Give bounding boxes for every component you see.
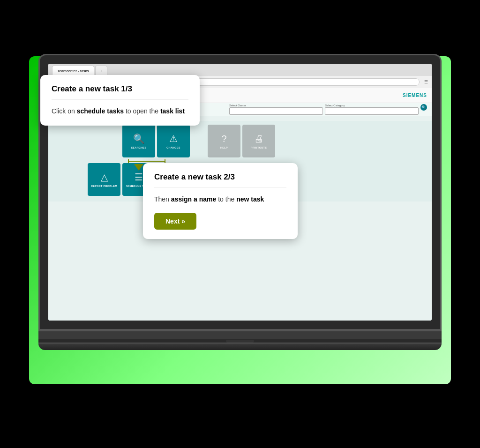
tile-searches[interactable]: 🔍 SEARCHES: [122, 125, 155, 157]
next-button[interactable]: Next »: [154, 213, 196, 230]
laptop-bottom: [38, 343, 442, 350]
tooltip-1-prefix: Click on: [52, 107, 77, 115]
owner-input[interactable]: [229, 107, 323, 115]
tooltip-2-prefix: Then: [154, 195, 171, 203]
tooltip-2: Create a new task 2/3 Then assign a name…: [143, 163, 298, 239]
tooltip-1-title: Create a new task 1/3: [52, 84, 188, 100]
report-problem-icon: △: [101, 172, 108, 183]
owner-label: Select Owner: [229, 104, 323, 107]
tooltip-2-bold2: new task: [236, 195, 264, 203]
laptop-hinge: [38, 339, 442, 343]
tooltip-1: Create a new task 1/3 Click on schedule …: [40, 75, 200, 126]
browser-tab[interactable]: +: [95, 66, 108, 76]
tile-row-1: 🔍 SEARCHES ⚠ CHANGES ? HELP: [53, 125, 427, 157]
help-icon: ?: [221, 134, 226, 144]
laptop-base: [38, 330, 442, 373]
tooltip-1-bold1: schedule tasks: [77, 107, 124, 115]
tooltip-1-body: Click on schedule tasks to open the task…: [52, 106, 188, 116]
menu-icon[interactable]: ☰: [424, 80, 428, 84]
tooltip-2-body: Then assign a name to the new task: [154, 194, 286, 204]
laptop-base-top: [38, 330, 442, 339]
tooltip-2-middle: to the: [216, 195, 236, 203]
tile-help[interactable]: ? HELP: [208, 125, 240, 157]
tile-printouts[interactable]: 🖨 PRINTOUTS: [242, 125, 275, 157]
category-input[interactable]: [325, 107, 419, 115]
schedule-tasks-icon: ☰: [135, 172, 143, 183]
tooltip-2-bold1: assign a name: [171, 195, 217, 203]
tooltip-2-title: Create a new task 2/3: [154, 172, 286, 188]
changes-icon: ⚠: [169, 133, 178, 144]
tooltip-1-bold2: task list: [160, 107, 185, 115]
searches-icon: 🔍: [133, 133, 145, 144]
browser-tabs: Teamcenter - tasks +: [48, 64, 432, 76]
siemens-label: SIEMENS: [403, 93, 427, 98]
tooltip-1-middle: to open the: [124, 107, 160, 115]
active-browser-tab[interactable]: Teamcenter - tasks: [52, 66, 94, 76]
search-button[interactable]: 🔍: [420, 104, 427, 111]
search-fields: Select Owner Select Category 🔍: [229, 104, 427, 115]
printouts-icon: 🖨: [254, 134, 263, 144]
category-label: Select Category: [325, 104, 419, 107]
tile-changes[interactable]: ⚠ CHANGES: [157, 125, 190, 157]
tile-report-problem[interactable]: △ REPORT PROBLEM: [88, 163, 120, 196]
connector-arrow: [134, 164, 143, 171]
